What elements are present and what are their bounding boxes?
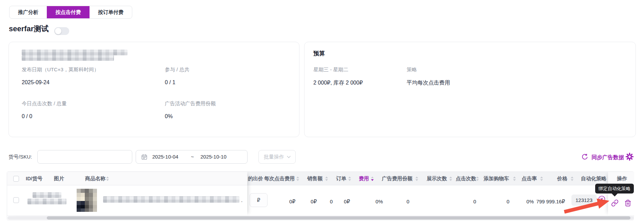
col-header-impressions[interactable]: 展示次数 bbox=[427, 172, 447, 185]
row-checkbox[interactable] bbox=[13, 197, 19, 203]
sort-icon-price[interactable] bbox=[571, 177, 574, 181]
bid-input[interactable]: ₽ bbox=[250, 193, 268, 207]
budget-card: 预算 星期三 - 星期二 2 000₽, 库存 2 000₽ 策略 平均每次点击… bbox=[304, 42, 636, 137]
today-clicks-value: 0 / 0 bbox=[22, 113, 32, 119]
tab-pay-per-click[interactable]: 按点击付费 bbox=[47, 6, 90, 18]
sku-input[interactable] bbox=[38, 150, 132, 163]
col-header-price[interactable]: 价格 bbox=[557, 172, 567, 185]
cell-ctr: 0% bbox=[526, 198, 534, 205]
products-table: 的出价 每次点击费用 销售额 订单 费用 广告费用份额 展示次数 点击次数 添加… bbox=[7, 171, 634, 220]
sort-icon-sales[interactable] bbox=[325, 177, 328, 181]
sort-icon-clicks[interactable] bbox=[476, 177, 479, 181]
budget-week-value: 2 000₽, 库存 2 000₽ bbox=[313, 79, 363, 87]
horizontal-scrollbar[interactable] bbox=[7, 216, 634, 220]
redacted-product-id-line1 bbox=[33, 192, 61, 198]
redacted-product-name bbox=[103, 196, 239, 203]
today-clicks-label: 今日点击次数 / 总量 bbox=[22, 100, 67, 107]
cell-sales: 0₽ bbox=[311, 198, 317, 205]
col-header-sales[interactable]: 销售额 bbox=[307, 172, 323, 185]
col-header-name[interactable]: 商品名称 bbox=[85, 172, 105, 185]
participate-label: 参与 / 总共 bbox=[165, 67, 190, 73]
select-all-checkbox[interactable] bbox=[13, 176, 19, 182]
campaign-info-card: 发布日期（UTC+3，莫斯科时间） 2025-09-24 参与 / 总共 0 /… bbox=[8, 42, 299, 137]
col-header-image: 图片 bbox=[54, 172, 64, 185]
campaign-toggle[interactable] bbox=[54, 27, 69, 35]
batch-actions-dropdown[interactable]: 批量操作 bbox=[258, 150, 296, 164]
sort-icon-orders[interactable] bbox=[348, 177, 351, 181]
date-separator: ~ bbox=[191, 154, 194, 160]
sku-label: 货号/SKU: bbox=[8, 154, 32, 160]
redacted-product-id-line2 bbox=[27, 199, 66, 204]
frozen-header-bg bbox=[7, 172, 247, 185]
col-header-clicks[interactable]: 点击次数 bbox=[456, 172, 476, 185]
sort-icon-cart[interactable] bbox=[513, 177, 516, 181]
toggle-knob bbox=[55, 28, 61, 34]
refresh-icon[interactable] bbox=[581, 153, 588, 161]
col-header-ctr[interactable]: 点击率 bbox=[522, 172, 537, 185]
col-header-id: ID/货号 bbox=[26, 172, 42, 185]
frozen-columns-pane: ID/货号 图片 商品名称 . bbox=[7, 172, 247, 216]
date-start[interactable]: 2025-10-04 bbox=[152, 154, 178, 160]
redacted-campaign-name-line2 bbox=[22, 55, 114, 61]
col-header-strategy: 自动化策略 bbox=[581, 172, 606, 185]
batch-actions-label: 批量操作 bbox=[264, 154, 284, 160]
cell-orders: 0 bbox=[330, 198, 333, 205]
date-end[interactable]: 2025-10-10 bbox=[200, 154, 227, 160]
budget-card-title: 预算 bbox=[313, 50, 325, 57]
budget-strategy-value: 平均每次点击费用 bbox=[407, 79, 450, 87]
cell-impressions: 0 bbox=[407, 198, 409, 205]
col-header-orders[interactable]: 订单 bbox=[336, 172, 346, 185]
product-image-redacted bbox=[77, 189, 97, 212]
col-header-actions: 操作 bbox=[617, 172, 627, 185]
bind-strategy-tooltip: 绑定自动化策略 bbox=[595, 184, 634, 194]
redacted-campaign-name-line1 bbox=[22, 50, 128, 55]
campaign-title: seerfar测试 bbox=[9, 24, 48, 34]
sort-icon-ctr[interactable] bbox=[540, 177, 543, 181]
red-annotation-arrow bbox=[559, 196, 617, 217]
campaign-ad-share-label: 广告活动广告费用份额 bbox=[165, 100, 216, 107]
col-header-cpc[interactable]: 每次点击费用 bbox=[264, 172, 295, 185]
cell-clicks: 0 bbox=[473, 198, 476, 205]
cell-ad-share: 0% bbox=[375, 198, 383, 205]
scrollbar-thumb[interactable] bbox=[47, 216, 630, 220]
sort-icon-name[interactable] bbox=[106, 177, 109, 181]
sync-ad-data-button[interactable]: 同步广告数据 bbox=[591, 154, 624, 161]
col-header-cost[interactable]: 费用 bbox=[359, 172, 369, 185]
sort-icon-impressions[interactable] bbox=[449, 177, 452, 181]
view-tabbar: 推广分析 按点击付费 按订单付费 bbox=[9, 6, 132, 19]
publish-date-label: 发布日期（UTC+3，莫斯科时间） bbox=[22, 67, 99, 73]
col-header-ad-share[interactable]: 广告费用份额 bbox=[382, 172, 412, 185]
row-bottom-border bbox=[7, 216, 634, 216]
sku-input-box bbox=[37, 150, 132, 164]
participate-value: 0 / 1 bbox=[165, 79, 175, 86]
cell-cpc: 0₽ bbox=[289, 198, 295, 205]
sort-icon-ad-share[interactable] bbox=[415, 177, 418, 181]
tab-pay-per-order[interactable]: 按订单付费 bbox=[90, 6, 132, 18]
campaign-ad-share-value: 0% bbox=[165, 113, 173, 119]
sort-icon-cost-active[interactable] bbox=[371, 177, 374, 181]
product-name-ellipsis: . bbox=[241, 197, 242, 204]
chevron-down-icon bbox=[287, 156, 291, 158]
date-range-picker[interactable]: 2025-10-04 ~ 2025-10-10 bbox=[136, 150, 248, 164]
calendar-icon bbox=[141, 154, 148, 160]
col-header-cart[interactable]: 添加购物车 bbox=[484, 172, 509, 185]
sort-icon-cpc[interactable] bbox=[296, 177, 299, 181]
cell-cost: 0₽ bbox=[344, 198, 350, 205]
tab-promotion-analysis[interactable]: 推广分析 bbox=[9, 6, 47, 18]
delete-icon[interactable] bbox=[624, 199, 631, 207]
col-header-bid: 的出价 bbox=[248, 172, 263, 185]
gear-icon[interactable] bbox=[626, 153, 633, 161]
publish-date-value: 2025-09-24 bbox=[22, 79, 50, 86]
budget-strategy-label: 策略 bbox=[407, 67, 417, 73]
cell-cart: 0 bbox=[507, 198, 509, 205]
budget-week-label: 星期三 - 星期二 bbox=[313, 67, 348, 73]
